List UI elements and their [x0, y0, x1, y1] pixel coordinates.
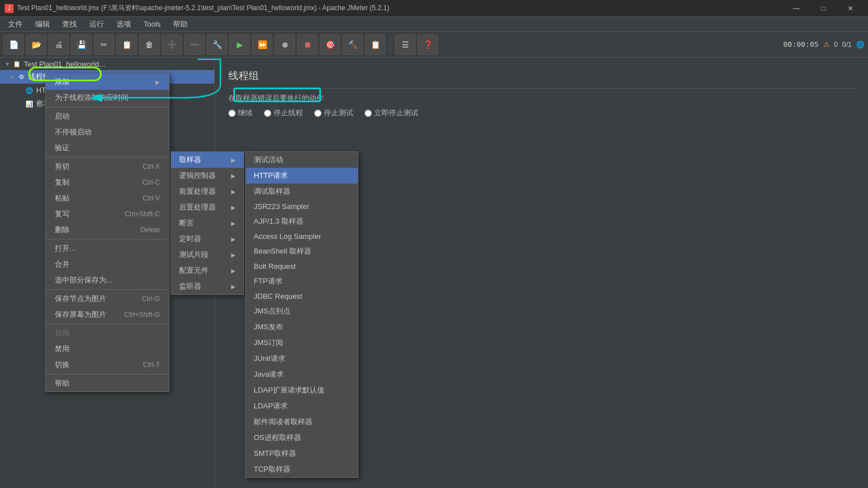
sampler-os-process[interactable]: OS进程取样器 — [246, 430, 358, 446]
toolbar-cut[interactable]: ✂ — [94, 34, 114, 55]
toolbar-add[interactable]: ➕ — [162, 34, 182, 55]
ctx-copy[interactable]: 复制Ctrl-C — [46, 175, 169, 190]
toolbar-list[interactable]: ☰ — [395, 34, 415, 55]
ctx-cut[interactable]: 剪切Ctrl-X — [46, 159, 169, 175]
toolbar-play[interactable]: ▶ — [229, 34, 250, 55]
sampler-jms-sub[interactable]: JMS订阅 — [246, 335, 358, 351]
ctx-merge[interactable]: 合并 — [46, 256, 169, 272]
submenu-logic-controller[interactable]: 逻辑控制器 ▶ — [171, 168, 244, 184]
elapsed-timer: 00:00:05 — [783, 40, 819, 49]
sampler-junit[interactable]: JUnit请求 — [246, 351, 358, 367]
menu-run[interactable]: 运行 — [84, 18, 110, 30]
sampler-smtp[interactable]: SMTP取样器 — [246, 446, 358, 461]
ctx-save-selected[interactable]: 选中部分保存为... — [46, 272, 169, 288]
sampler-mail-reader[interactable]: 邮件阅读者取样器 — [246, 414, 358, 430]
submenu-test-fragment[interactable]: 测试片段 ▶ — [171, 247, 244, 263]
toolbar-help[interactable]: ❓ — [418, 34, 438, 55]
ctx-add-arrow: ▶ — [155, 79, 160, 85]
toolbar-print[interactable]: 🖨 — [49, 34, 69, 55]
radio-stop-test[interactable]: 停止测试 — [314, 108, 353, 118]
menu-edit[interactable]: 编辑 — [29, 18, 55, 30]
ctx-enable: 启用 — [46, 325, 169, 341]
toolbar-separator — [390, 36, 390, 53]
sampler-ldap[interactable]: LDAP请求 — [246, 398, 358, 414]
toolbar-new[interactable]: 📄 — [3, 34, 24, 55]
sampler-jdbc[interactable]: JDBC Request — [246, 289, 358, 303]
title-bar: J Test Plan01_helloworld.jmx (F:\黑马资料\ap… — [0, 0, 868, 17]
context-menu: 添加 ▶ 为子线程添加响应时间 启动 不停顿启动 验证 剪切Ctrl-X 复制C… — [45, 73, 170, 392]
toolbar-remote-run[interactable]: 🎯 — [320, 34, 340, 55]
close-button[interactable]: ✕ — [837, 0, 863, 17]
sampler-tcp[interactable]: TCP取样器 — [246, 461, 358, 477]
sampler-jms-p2p[interactable]: JMS点到点 — [246, 303, 358, 319]
toolbar-hammer[interactable]: 🔨 — [342, 34, 363, 55]
submenu-config-element[interactable]: 配置元件 ▶ — [171, 263, 244, 278]
submenu-post-processor[interactable]: 后置处理器 ▶ — [171, 199, 244, 215]
toolbar: 📄 📂 🖨 💾 ✂ 📋 🗑 ➕ ➖ 🔧 ▶ ⏩ ⏺ ⏹ 🎯 🔨 📋 ☰ ❓ 00… — [0, 32, 868, 58]
sampler-jsr223[interactable]: JSR223 Sampler — [246, 199, 358, 213]
toolbar-play-no-pause[interactable]: ⏩ — [252, 34, 272, 55]
toolbar-save[interactable]: 💾 — [71, 34, 92, 55]
ctx-disable[interactable]: 禁用 — [46, 341, 169, 357]
radio-stop-thread[interactable]: 停止线程 — [264, 108, 303, 118]
menu-help[interactable]: 帮助 — [167, 18, 193, 30]
warning-icon: ⚠ — [823, 41, 830, 49]
ctx-start[interactable]: 启动 — [46, 108, 169, 124]
ctx-add-response[interactable]: 为子线程添加响应时间 — [46, 90, 169, 106]
listener-icon: 📊 — [25, 99, 34, 108]
ctx-help[interactable]: 帮助 — [46, 376, 169, 391]
menu-find[interactable]: 查找 — [57, 18, 83, 30]
sampler-http-request[interactable]: HTTP请求 — [246, 168, 358, 184]
collapse-arrow-tg: ▼ — [9, 74, 15, 80]
minimize-button[interactable]: — — [783, 0, 809, 17]
ctx-save-screen-img[interactable]: 保存屏幕为图片Ctrl+Shift-G — [46, 307, 169, 323]
ctx-validate[interactable]: 验证 — [46, 140, 169, 156]
ctx-add[interactable]: 添加 ▶ — [46, 74, 169, 90]
menu-file[interactable]: 文件 — [2, 18, 28, 30]
sampler-ajp[interactable]: AJP/1.3 取样器 — [246, 213, 358, 229]
ctx-delete[interactable]: 删除Delete — [46, 222, 169, 238]
ctx-duplicate[interactable]: 复写Ctrl+Shift-C — [46, 206, 169, 222]
sampler-access-log[interactable]: Access Log Sampler — [246, 229, 358, 243]
submenu-listener[interactable]: 监听器 ▶ — [171, 278, 244, 294]
submenu-pre-processor[interactable]: 前置处理器 ▶ — [171, 184, 244, 199]
toolbar-wrench[interactable]: 🔧 — [207, 34, 227, 55]
submenu-sampler: 测试活动 HTTP请求 调试取样器 JSR223 Sampler AJP/1.3… — [245, 151, 358, 478]
tree-item-testplan[interactable]: ▼ 📋 Test Plan01_helloworld... — [0, 58, 214, 70]
sampler-java[interactable]: Java请求 — [246, 367, 358, 382]
maximize-button[interactable]: □ — [810, 0, 836, 17]
ctx-toggle[interactable]: 切换Ctrl-T — [46, 357, 169, 373]
toolbar-clipboard[interactable]: 📋 — [365, 34, 385, 55]
ctx-add-response-label: 为子线程添加响应时间 — [55, 93, 128, 103]
toolbar-record[interactable]: ⏺ — [275, 34, 295, 55]
sampler-ldap-ext[interactable]: LDAP扩展请求默认值 — [246, 382, 358, 398]
ctx-start-no-pause[interactable]: 不停顿启动 — [46, 124, 169, 140]
ctx-save-node-img[interactable]: 保存节点为图片Ctrl-G — [46, 291, 169, 307]
submenu-sampler-item[interactable]: 取样器 ▶ — [171, 152, 244, 168]
submenu-timer[interactable]: 定时器 ▶ — [171, 231, 244, 247]
menu-options[interactable]: 选项 — [111, 18, 137, 30]
radio-continue[interactable]: 继续 — [228, 108, 253, 118]
sampler-ftp[interactable]: FTP请求 — [246, 273, 358, 289]
error-action-section: 在取样器错误后要执行的动作 继续 停止线程 停止测试 立即停止测试 — [228, 93, 854, 118]
warning-count: 0 — [834, 41, 838, 49]
sampler-debug[interactable]: 调试取样器 — [246, 184, 358, 199]
ctx-paste[interactable]: 粘贴Ctrl-V — [46, 190, 169, 206]
submenu-assertion[interactable]: 断言 ▶ — [171, 215, 244, 231]
sampler-bolt[interactable]: Bolt Request — [246, 259, 358, 273]
menu-tools[interactable]: Tools — [138, 18, 166, 30]
ctx-sep2 — [46, 157, 169, 158]
radio-stop-test-now[interactable]: 立即停止测试 — [364, 108, 418, 118]
toolbar-open[interactable]: 📂 — [26, 34, 46, 55]
toolbar-stop[interactable]: ⏹ — [297, 34, 318, 55]
sampler-beanshell[interactable]: BeanShell 取样器 — [246, 243, 358, 259]
toolbar-remove[interactable]: ➖ — [184, 34, 205, 55]
toolbar-copy[interactable]: 📋 — [116, 34, 137, 55]
ctx-sep3 — [46, 239, 169, 239]
toolbar-delete[interactable]: 🗑 — [139, 34, 159, 55]
sampler-test-action[interactable]: 测试活动 — [246, 152, 358, 168]
window-controls: — □ ✕ — [783, 0, 863, 17]
httpreq-icon: 🌐 — [25, 86, 34, 95]
sampler-jms-pub[interactable]: JMS发布 — [246, 319, 358, 335]
ctx-open[interactable]: 打开... — [46, 241, 169, 256]
